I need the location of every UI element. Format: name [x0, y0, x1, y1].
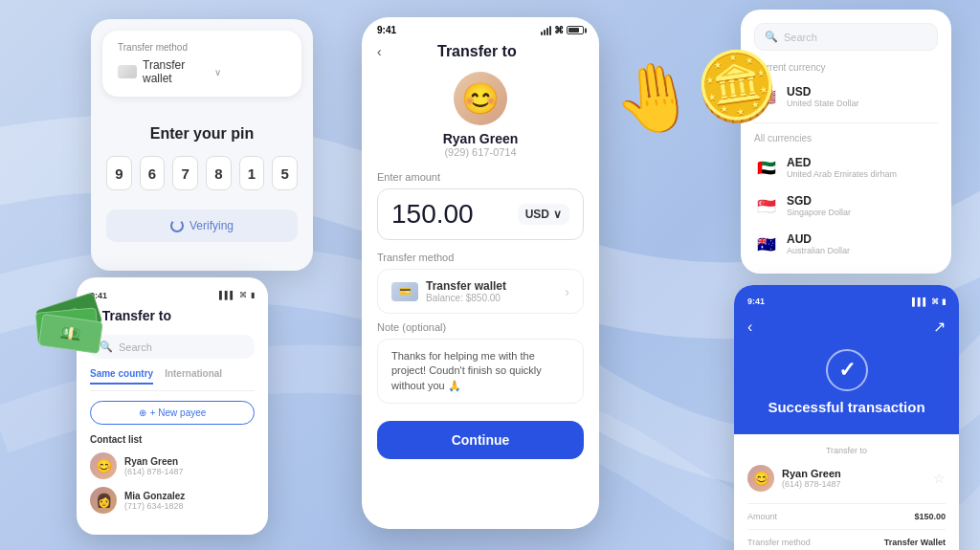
search-placeholder: Search — [784, 32, 817, 43]
contact-phone: (717) 634-1828 — [124, 501, 185, 511]
nav-row: ‹ Transfer to — [90, 308, 255, 323]
success-time: 9:41 — [747, 297, 765, 306]
currency-code-aud: AUD — [787, 232, 850, 246]
success-contact-row: 😊 Ryan Green (614) 878-1487 ☆ — [747, 465, 946, 492]
transfer-method-detail-label: Transfer method — [747, 538, 811, 547]
wifi-icon: ⌘ — [554, 25, 564, 35]
star-icon[interactable]: ☆ — [933, 471, 946, 486]
pin-digit-3[interactable]: 7 — [172, 156, 198, 190]
contact-list-label: Contact list — [90, 434, 255, 445]
pin-digit-1[interactable]: 9 — [106, 156, 132, 190]
current-currency-label: Current currency — [754, 62, 938, 73]
currency-selector[interactable]: USD ∨ — [518, 204, 569, 225]
currency-text-aed: AED United Arab Emirates dirham — [787, 156, 897, 179]
contact-name: Mia Gonzalez — [124, 491, 185, 501]
transfer-method-detail-value: Transfer Wallet — [884, 538, 946, 547]
transfer-method-row: Transfer wallet ∨ — [118, 58, 286, 85]
contact-item-ryan[interactable]: 😊 Ryan Green (614) 878-1487 — [90, 452, 255, 479]
contact-item-mia[interactable]: 👩 Mia Gonzalez (717) 634-1828 — [90, 487, 255, 514]
enter-amount-label: Enter amount — [377, 171, 584, 183]
amount-input-box[interactable]: 150.00 USD ∨ — [377, 188, 584, 240]
currency-text-sgd: SGD Singapore Dollar — [787, 194, 851, 217]
currency-aud[interactable]: 🇦🇺 AUD Australian Dollar — [754, 228, 938, 260]
currency-code: USD — [525, 208, 549, 221]
card-icon — [118, 65, 137, 78]
amount-row: Amount $150.00 — [747, 512, 946, 521]
verifying-button[interactable]: Verifying — [106, 209, 298, 242]
wallet-card-icon: 💳 — [391, 282, 418, 301]
success-back-button[interactable]: ‹ — [747, 319, 752, 336]
method-info: Transfer wallet Balance: $850.00 — [426, 279, 506, 303]
pin-digit-2[interactable]: 6 — [140, 156, 166, 190]
currency-name-aed: United Arab Emirates dirham — [787, 169, 897, 179]
success-check-circle: ✓ — [826, 349, 868, 391]
note-textarea[interactable]: Thanks for helping me with the project! … — [377, 339, 584, 404]
transfer-method-section-label: Transfer method — [377, 252, 584, 263]
pin-digit-4[interactable]: 8 — [206, 156, 232, 190]
success-header: 9:41 ▌▌▌ ⌘ ▮ ‹ ↗ ✓ Successful transactio… — [734, 285, 959, 434]
success-contact-info: Ryan Green (614) 878-1487 — [782, 468, 841, 489]
currency-aed[interactable]: 🇦🇪 AED United Arab Emirates dirham — [754, 151, 938, 184]
transfer-to-panel: 9:41 ▌▌▌ ⌘ ▮ ‹ Transfer to 🔍 Search Same… — [77, 277, 268, 535]
signal-bars — [541, 26, 551, 35]
success-title: Successful transaction — [747, 399, 946, 415]
success-nav-row: ‹ ↗ — [747, 318, 946, 336]
avatar-ryan: 😊 — [90, 452, 117, 479]
center-back-button[interactable]: ‹ — [377, 44, 382, 59]
recipient-avatar: 😊 — [454, 72, 507, 125]
flag-aed: 🇦🇪 — [754, 155, 779, 180]
currency-search-box[interactable]: 🔍 Search — [754, 23, 938, 51]
pin-digit-5[interactable]: 1 — [239, 156, 265, 190]
battery-icon: ▮ — [942, 297, 946, 306]
transfer-method-card: Transfer method Transfer wallet ∨ — [102, 31, 301, 97]
battery-icon — [567, 26, 584, 34]
wifi-icon: ⌘ — [931, 297, 939, 306]
recipient-name: Ryan Green — [443, 131, 519, 146]
search-box[interactable]: 🔍 Search — [90, 335, 255, 359]
bar-4 — [549, 26, 551, 35]
share-button[interactable]: ↗ — [933, 318, 946, 336]
status-icons: ⌘ — [541, 25, 584, 35]
new-payee-icon: ⊕ — [139, 407, 146, 418]
money-bills-decoration: 💵 💵 💵 — [36, 306, 103, 354]
transfer-to-label: Transfer to — [747, 446, 946, 455]
contact-info-mia: Mia Gonzalez (717) 634-1828 — [124, 491, 185, 511]
continue-label: Continue — [452, 432, 510, 448]
success-divider-1 — [747, 503, 946, 504]
tab-international[interactable]: International — [165, 368, 222, 385]
avatar-mia: 👩 — [90, 487, 117, 514]
center-status-bar: 9:41 ⌘ — [362, 17, 599, 39]
new-payee-button[interactable]: ⊕ + New payee — [90, 401, 255, 425]
panel-title: Transfer to — [102, 308, 171, 323]
pin-digits-row: 9 6 7 8 1 5 — [91, 156, 313, 206]
currency-sgd[interactable]: 🇸🇬 SGD Singapore Dollar — [754, 189, 938, 222]
success-recipient-name: Ryan Green — [782, 468, 841, 479]
currency-code-sgd: SGD — [787, 194, 851, 208]
new-payee-label: + New payee — [150, 407, 207, 418]
currency-name-usd: United State Dollar — [787, 99, 859, 108]
continue-button[interactable]: Continue — [377, 421, 584, 459]
success-divider-2 — [747, 529, 946, 530]
note-section: Note (optional) Thanks for helping me wi… — [362, 321, 599, 411]
tab-same-country[interactable]: Same country — [90, 368, 153, 385]
wifi-icon: ⌘ — [239, 291, 247, 300]
amount-section: Enter amount 150.00 USD ∨ — [362, 171, 599, 252]
currency-code-aed: AED — [787, 156, 897, 169]
pin-digit-6[interactable]: 5 — [272, 156, 298, 190]
battery-icon: ▮ — [251, 291, 255, 300]
tabs-row: Same country International — [90, 368, 255, 391]
signal-icon: ▌▌▌ — [219, 291, 235, 300]
check-icon: ✓ — [838, 358, 856, 383]
pin-title: Enter your pin — [91, 108, 313, 156]
flag-sgd: 🇸🇬 — [754, 193, 779, 218]
divider — [754, 122, 938, 123]
transfer-form-panel: 9:41 ⌘ ‹ Transfer to 😊 Ryan Green (929) … — [362, 17, 599, 529]
transfer-method-row: Transfer method Transfer Wallet — [747, 538, 946, 547]
success-body: Transfer to 😊 Ryan Green (614) 878-1487 … — [734, 434, 959, 550]
pin-entry-panel: Transfer method Transfer wallet ∨ Enter … — [91, 19, 313, 271]
transfer-method-selector[interactable]: 💳 Transfer wallet Balance: $850.00 › — [377, 269, 584, 314]
success-status-icons: ▌▌▌ ⌘ ▮ — [912, 297, 946, 306]
success-status-bar: 9:41 ▌▌▌ ⌘ ▮ — [747, 297, 946, 306]
amount-value: 150.00 — [391, 199, 474, 230]
verifying-label: Verifying — [189, 219, 234, 232]
